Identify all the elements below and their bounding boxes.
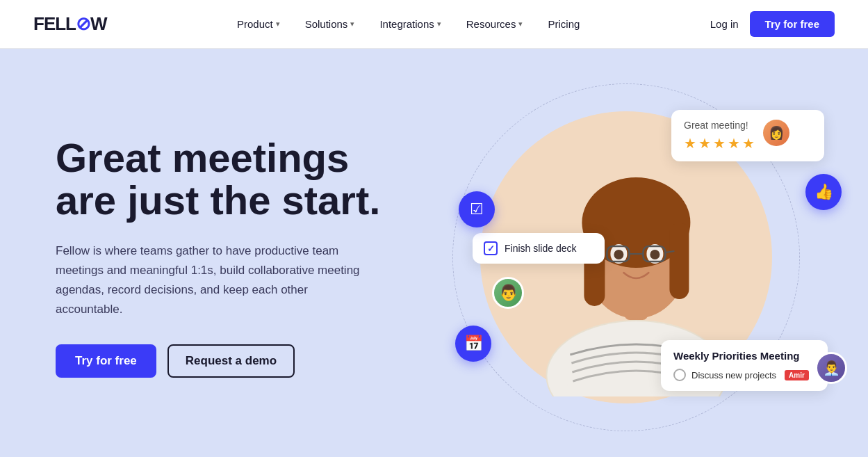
svg-rect-5: [669, 223, 689, 299]
nav-item-integrations[interactable]: Integrations ▾: [370, 13, 450, 35]
login-link[interactable]: Log in: [710, 18, 739, 30]
hero-description: Fellow is where teams gather to have pro…: [56, 241, 375, 319]
meeting-title: Weekly Priorities Meeting: [673, 350, 815, 362]
meeting-bubble: Weekly Priorities Meeting Discuss new pr…: [661, 340, 828, 391]
meeting-item: Discuss new projects Amir: [673, 369, 815, 381]
nav-actions: Log in Try for free: [710, 11, 835, 37]
logo[interactable]: FELL⊘W: [33, 13, 107, 35]
star-rating: ★ ★ ★ ★ ★: [684, 135, 755, 152]
amir-tag: Amir: [785, 370, 809, 380]
hero-visual: Great meeting! ★ ★ ★ ★ ★ 👩 👍: [417, 90, 835, 424]
rating-title: Great meeting!: [684, 120, 755, 131]
nav-item-solutions[interactable]: Solutions ▾: [295, 13, 365, 35]
nav-links: Product ▾ Solutions ▾ Integrations ▾ Res…: [227, 13, 589, 35]
rating-avatar: 👩: [763, 120, 789, 146]
calendar-icon-bubble: 📅: [455, 326, 491, 362]
nav-item-resources[interactable]: Resources ▾: [457, 13, 533, 35]
check-icon: ☑: [470, 200, 484, 218]
nav-try-free-button[interactable]: Try for free: [750, 11, 835, 37]
chevron-down-icon: ▾: [276, 19, 280, 29]
chevron-down-icon: ▾: [518, 19, 523, 29]
chevron-down-icon: ▾: [350, 19, 354, 29]
task-avatar: 👨: [492, 277, 524, 309]
calendar-icon: 📅: [464, 335, 483, 353]
logo-slash: ⊘: [76, 13, 90, 34]
hero-try-free-button[interactable]: Try for free: [56, 344, 156, 378]
chevron-down-icon: ▾: [437, 19, 441, 29]
task-checkbox: [484, 241, 498, 255]
task-label: Finish slide deck: [505, 243, 577, 254]
navbar: FELL⊘W Product ▾ Solutions ▾ Integration…: [0, 0, 868, 49]
hero-title: Great meetings are just the start.: [56, 137, 417, 222]
hero-buttons: Try for free Request a demo: [56, 344, 417, 378]
meeting-item-text: Discuss new projects: [691, 370, 776, 380]
task-bubble: Finish slide deck: [473, 233, 605, 264]
hero-content: Great meetings are just the start. Fello…: [56, 137, 417, 378]
hero-section: Great meetings are just the start. Fello…: [0, 49, 868, 457]
svg-point-9: [650, 250, 660, 259]
thumbsup-icon-bubble: 👍: [805, 174, 842, 210]
thumbsup-icon: 👍: [814, 183, 833, 201]
svg-point-8: [614, 250, 623, 259]
meeting-checkbox: [673, 369, 686, 381]
hero-demo-button[interactable]: Request a demo: [167, 344, 295, 378]
checkbox-icon-bubble: ☑: [459, 191, 495, 227]
meeting-avatar: 👨‍💼: [815, 352, 847, 384]
nav-item-product[interactable]: Product ▾: [227, 13, 290, 35]
nav-item-pricing[interactable]: Pricing: [538, 13, 589, 35]
rating-bubble: Great meeting! ★ ★ ★ ★ ★ 👩: [671, 110, 824, 161]
